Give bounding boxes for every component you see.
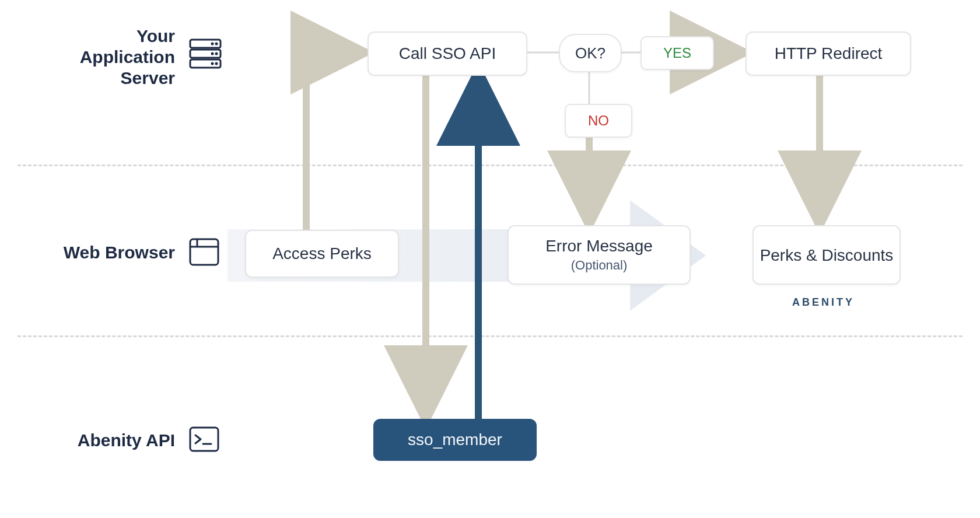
server-icon	[187, 35, 224, 75]
node-label: OK?	[575, 44, 606, 62]
node-label: HTTP Redirect	[775, 44, 883, 63]
node-perks-discounts: Perks & Discounts	[752, 225, 901, 285]
svg-point-6	[215, 52, 218, 55]
node-label: sso_member	[408, 430, 502, 449]
lane-divider-2	[18, 335, 963, 337]
svg-point-8	[215, 62, 218, 65]
node-sso-member: sso_member	[373, 419, 537, 461]
lane-label-api: Abenity API	[23, 430, 175, 451]
svg-point-5	[211, 52, 214, 55]
svg-point-4	[215, 43, 218, 46]
terminal-icon	[187, 422, 222, 459]
node-sublabel: (Optional)	[571, 258, 628, 273]
svg-rect-9	[190, 239, 218, 265]
lane-label-text: Web Browser	[23, 242, 175, 263]
svg-point-7	[211, 62, 214, 65]
node-access-perks: Access Perks	[245, 230, 399, 278]
diagram-canvas: Your Application Server Web Browser	[0, 0, 980, 518]
node-label: Perks & Discounts	[760, 245, 894, 265]
node-label: Error Message	[545, 237, 653, 256]
node-yes: YES	[640, 36, 714, 70]
browser-icon	[187, 235, 222, 272]
lane-label-text: Application	[23, 47, 175, 68]
node-http-redirect: HTTP Redirect	[746, 32, 911, 76]
svg-point-3	[211, 43, 214, 46]
lane-label-browser: Web Browser	[23, 242, 175, 263]
node-label: Access Perks	[272, 244, 372, 263]
lane-label-text: Server	[23, 68, 175, 89]
lane-divider-1	[18, 164, 963, 166]
lane-label-text: Abenity API	[23, 430, 175, 451]
svg-rect-12	[190, 428, 218, 451]
node-no: NO	[565, 104, 632, 138]
node-label: YES	[663, 45, 691, 61]
lane-label-text: Your	[23, 26, 175, 47]
node-label: NO	[588, 113, 609, 129]
brand-tag-text: ABENITY	[792, 296, 855, 308]
node-call-sso-api: Call SSO API	[368, 32, 527, 76]
brand-tag-abenity: ABENITY	[792, 296, 855, 309]
node-error-message: Error Message (Optional)	[508, 225, 691, 285]
node-label: Call SSO API	[399, 44, 496, 63]
lane-label-app-server: Your Application Server	[23, 26, 175, 89]
node-ok-decision: OK?	[559, 34, 622, 72]
